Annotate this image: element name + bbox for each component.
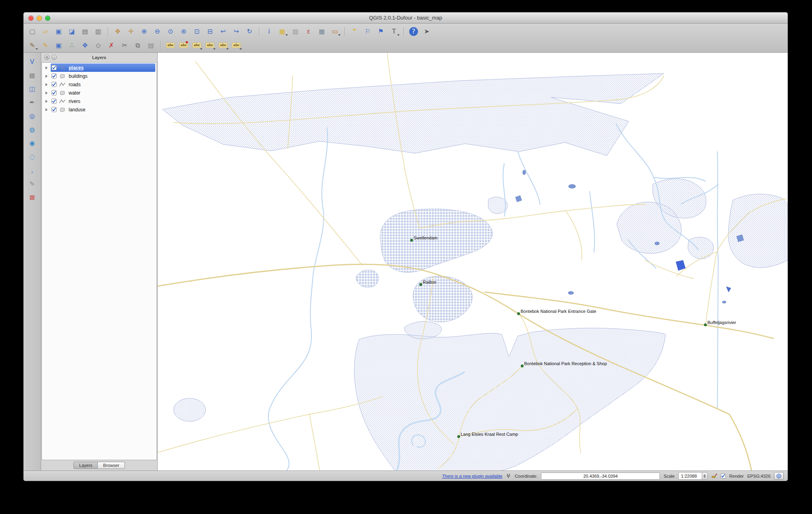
remove-layer-button[interactable]: ⊠: [26, 192, 38, 203]
add-raster-layer-button[interactable]: ▦: [26, 70, 38, 81]
whats-this-button[interactable]: ➤: [421, 26, 432, 37]
float-layers-panel-button[interactable]: ▫: [51, 55, 57, 60]
add-wfs-layer-button[interactable]: ◌: [26, 152, 38, 162]
label-properties-button[interactable]: abc: [231, 40, 242, 51]
label-highlight-button[interactable]: abc: [191, 40, 202, 51]
new-bookmark-button[interactable]: ⚐: [362, 26, 373, 37]
title-bar[interactable]: QGIS 2.0.1-Dufour - basic_map: [24, 12, 788, 24]
paste-features-button[interactable]: ▤: [145, 40, 156, 51]
show-bookmarks-button[interactable]: ⚑: [375, 26, 386, 37]
add-spatialite-layer-button[interactable]: ✒: [26, 97, 38, 108]
layer-visibility-checkbox[interactable]: [51, 65, 57, 70]
layer-visibility-checkbox[interactable]: [51, 73, 57, 79]
zoom-native-button[interactable]: ⊙: [165, 26, 176, 37]
zoom-next-button[interactable]: ↪: [231, 26, 242, 37]
node-tool-button[interactable]: ◇: [93, 40, 104, 51]
new-project-button[interactable]: ▢: [27, 26, 38, 37]
refresh-map-button[interactable]: ↻: [244, 26, 255, 37]
layer-labeling-button[interactable]: abc: [165, 40, 176, 51]
add-delimited-text-layer-button[interactable]: ,: [26, 165, 38, 176]
disclosure-triangle-icon[interactable]: [42, 83, 51, 86]
layer-row-body[interactable]: roads: [51, 80, 155, 89]
place-marker: [410, 239, 413, 241]
layer-row-body[interactable]: buildings: [51, 72, 155, 80]
cut-features-button[interactable]: ✂: [119, 40, 130, 51]
stop-rendering-icon[interactable]: [711, 473, 717, 478]
zoom-out-button[interactable]: ⊖: [152, 26, 163, 37]
open-attribute-table-button[interactable]: ▦: [316, 26, 327, 37]
zoom-to-selection-button[interactable]: ⊡: [191, 26, 202, 37]
add-wcs-layer-button[interactable]: ◉: [26, 138, 38, 148]
layer-row-body[interactable]: places: [51, 63, 155, 72]
plugin-icon[interactable]: [506, 473, 511, 478]
zoom-window-button[interactable]: [45, 16, 50, 21]
add-feature-button[interactable]: ∴: [66, 40, 77, 51]
crs-status-button[interactable]: [774, 472, 784, 480]
copy-features-button[interactable]: ⧉: [132, 40, 143, 51]
zoom-to-layer-button[interactable]: ⊟: [204, 26, 216, 37]
layer-row-roads[interactable]: roads: [42, 80, 156, 89]
select-features-button[interactable]: ▦: [277, 26, 288, 37]
zoom-last-button[interactable]: ↩: [218, 26, 229, 37]
measure-button[interactable]: ▭: [329, 26, 341, 37]
layer-row-landuse[interactable]: landuse: [42, 105, 156, 114]
select-by-expression-button[interactable]: ε: [303, 26, 314, 37]
map-tips-button[interactable]: ❞: [349, 26, 360, 37]
layer-visibility-checkbox[interactable]: [51, 99, 57, 104]
layer-row-rivers[interactable]: rivers: [42, 97, 156, 105]
new-print-composer-button[interactable]: ▤: [79, 26, 91, 37]
tab-layers[interactable]: Layers: [73, 462, 98, 469]
label-pin-button[interactable]: abc: [178, 40, 189, 51]
close-window-button[interactable]: [28, 16, 34, 21]
zoom-in-button[interactable]: ⊕: [139, 26, 150, 37]
label-move-button[interactable]: abc: [204, 40, 216, 51]
save-project-button[interactable]: ▣: [53, 26, 64, 37]
coordinate-input[interactable]: [541, 472, 660, 480]
new-shapefile-layer-button[interactable]: ✎: [26, 179, 38, 189]
open-project-button[interactable]: ▱: [40, 26, 51, 37]
move-feature-button[interactable]: ✥: [79, 40, 91, 51]
zoom-full-button[interactable]: ⊛: [178, 26, 189, 37]
delete-selected-button[interactable]: ✗: [106, 40, 117, 51]
tab-browser[interactable]: Browser: [98, 462, 125, 469]
identify-features-button[interactable]: i: [263, 26, 275, 37]
layer-visibility-checkbox[interactable]: [51, 107, 57, 112]
disclosure-triangle-icon[interactable]: [42, 75, 51, 78]
close-layers-panel-button[interactable]: ✕: [44, 55, 50, 60]
layer-row-places[interactable]: places: [42, 63, 156, 72]
pan-to-selection-button[interactable]: ✛: [125, 26, 137, 37]
text-annotation-button[interactable]: T: [388, 26, 400, 37]
label-rotate-button[interactable]: abc: [218, 40, 229, 51]
add-mssql-layer-button[interactable]: ◎: [26, 111, 38, 121]
layer-visibility-checkbox[interactable]: [51, 82, 57, 87]
current-edits-button[interactable]: ✎: [27, 40, 38, 51]
composer-manager-button[interactable]: ▥: [93, 26, 104, 37]
pan-map-button[interactable]: ✥: [112, 26, 123, 37]
scale-value: 1:22088: [679, 474, 702, 478]
zoom-next-icon: ↪: [234, 28, 239, 35]
render-checkbox[interactable]: [721, 473, 726, 478]
save-layer-edits-button[interactable]: ▣: [53, 40, 64, 51]
disclosure-triangle-icon[interactable]: [42, 108, 51, 111]
add-postgis-layer-button[interactable]: ◫: [26, 84, 38, 94]
new-plugin-link[interactable]: There is a new plugin available: [442, 474, 502, 478]
help-contents-button[interactable]: ?: [409, 27, 418, 36]
layer-row-water[interactable]: water: [42, 89, 156, 97]
scale-combo-arrows-icon[interactable]: [702, 472, 707, 479]
layer-visibility-checkbox[interactable]: [51, 90, 57, 95]
layer-row-buildings[interactable]: buildings: [42, 72, 156, 80]
save-project-as-button[interactable]: ◪: [66, 26, 77, 37]
add-vector-layer-button[interactable]: V: [26, 57, 38, 67]
add-wms-layer-button[interactable]: ◍: [26, 125, 38, 135]
disclosure-triangle-icon[interactable]: [42, 91, 51, 95]
layer-row-body[interactable]: rivers: [51, 97, 155, 105]
toggle-editing-button[interactable]: ✎: [40, 40, 51, 51]
map-canvas[interactable]: SwellendamRailtonBontebok National Park …: [158, 53, 788, 471]
deselect-features-button[interactable]: ▨: [290, 26, 301, 37]
layer-row-body[interactable]: water: [51, 89, 155, 97]
disclosure-triangle-icon[interactable]: [42, 100, 51, 103]
layer-row-body[interactable]: landuse: [51, 105, 155, 114]
scale-combo[interactable]: 1:22088: [678, 472, 708, 480]
disclosure-triangle-icon[interactable]: [42, 66, 51, 69]
minimize-window-button[interactable]: [37, 16, 42, 21]
